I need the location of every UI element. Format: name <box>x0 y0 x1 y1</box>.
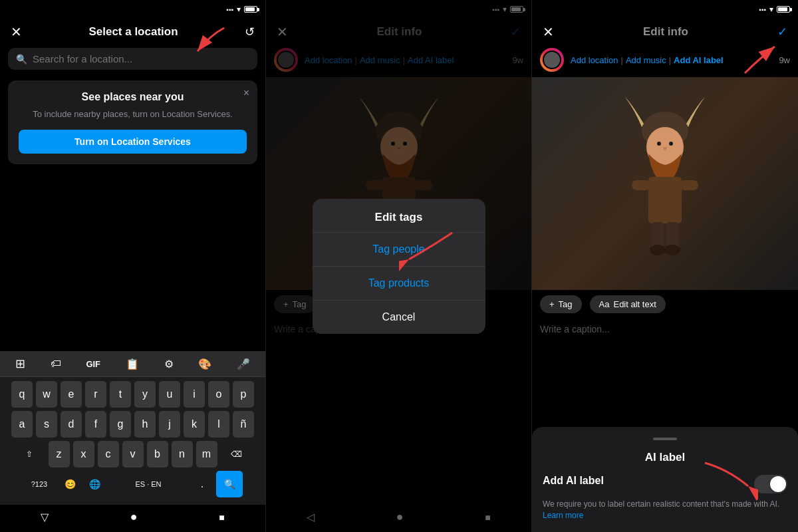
refresh-button[interactable]: ↺ <box>245 25 255 39</box>
kb-tool-sticker[interactable]: 🏷 <box>51 358 61 370</box>
kb-globe[interactable]: 🌐 <box>84 471 105 497</box>
kb-key-x[interactable]: x <box>73 441 94 467</box>
kb-key-l[interactable]: l <box>208 411 229 438</box>
keyboard-rows: q w e r t y u i o p a s d f g h j k <box>0 377 265 505</box>
caption-placeholder-3[interactable]: Write a caption... <box>532 319 798 340</box>
edit-tags-dialog: Edit tags Tag people Tag products Cancel <box>313 199 485 334</box>
add-location-link-3[interactable]: Add location <box>571 55 618 65</box>
modal-cancel-button[interactable]: Cancel <box>313 301 485 334</box>
kb-key-q[interactable]: q <box>11 381 33 408</box>
kb-key-w[interactable]: w <box>36 381 57 408</box>
ai-sheet-title: AI label <box>543 451 787 464</box>
search-bar[interactable]: 🔍 <box>8 48 257 70</box>
ai-label-toggle[interactable] <box>754 475 787 493</box>
kb-tool-palette[interactable]: 🎨 <box>198 358 211 370</box>
kb-key-d[interactable]: d <box>61 411 82 438</box>
kb-key-k[interactable]: k <box>184 411 205 438</box>
tag-button-3[interactable]: + Tag <box>540 295 582 313</box>
kb-key-z[interactable]: z <box>49 441 70 467</box>
kb-key-s[interactable]: s <box>36 411 57 438</box>
keyboard: ⊞ 🏷 GIF 📋 ⚙ 🎨 🎤 q w e r t y u i o p <box>0 351 265 532</box>
kb-key-m[interactable]: m <box>196 441 217 467</box>
kb-search[interactable]: 🔍 <box>216 471 243 497</box>
kb-tool-gif[interactable]: GIF <box>86 359 100 369</box>
alt-text-icon-3: Aa <box>599 299 610 309</box>
keyboard-toolbar: ⊞ 🏷 GIF 📋 ⚙ 🎨 🎤 <box>0 351 265 377</box>
post-bottom-3: + Tag Aa Edit alt text <box>532 290 798 319</box>
page-title: Select a location <box>88 25 178 39</box>
svg-point-24 <box>664 245 680 255</box>
viking-illustration-3 <box>612 90 718 277</box>
ai-sheet-description: We require you to label certain realisti… <box>543 499 787 521</box>
add-ai-label-link-3[interactable]: Add AI label <box>674 55 724 65</box>
sheet-handle <box>653 438 677 440</box>
kb-row-4: ?123 😊 🌐 ES · EN . 🔍 <box>3 471 263 497</box>
edit-alt-text-button-3[interactable]: Aa Edit alt text <box>590 295 666 313</box>
kb-numbers[interactable]: ?123 <box>23 471 56 497</box>
kb-row-2: a s d f g h j k l ñ <box>3 411 263 438</box>
kb-key-p[interactable]: p <box>233 381 254 408</box>
kb-key-u[interactable]: u <box>159 381 180 408</box>
close-button-3[interactable]: ✕ <box>543 24 554 40</box>
svg-point-23 <box>650 245 666 255</box>
kb-key-j[interactable]: j <box>159 411 180 438</box>
kb-key-a[interactable]: a <box>11 411 33 438</box>
kb-key-e[interactable]: e <box>61 381 82 408</box>
nav-back[interactable]: ▽ <box>41 511 49 523</box>
kb-period[interactable]: . <box>192 471 213 497</box>
kb-key-r[interactable]: r <box>85 381 106 408</box>
kb-emoji[interactable]: 😊 <box>59 471 80 497</box>
post-actions-3: Add location | Add music | Add AI label <box>571 55 724 65</box>
post-time-3: 9w <box>779 55 790 65</box>
kb-tool-grid[interactable]: ⊞ <box>15 356 25 371</box>
kb-key-y[interactable]: y <box>134 381 156 408</box>
toggle-thumb <box>770 476 786 492</box>
panel-edit-info-tags: ▪▪▪ ▾ ✕ Edit info ✓ Add location | Add m… <box>266 0 532 532</box>
tag-people-option[interactable]: Tag people <box>313 233 485 267</box>
modal-title: Edit tags <box>313 199 485 233</box>
kb-tool-gear[interactable]: ⚙ <box>164 358 174 370</box>
kb-key-v[interactable]: v <box>122 441 144 467</box>
tag-products-option[interactable]: Tag products <box>313 267 485 301</box>
kb-row-1: q w e r t y u i o p <box>3 381 263 408</box>
kb-shift[interactable]: ⇧ <box>13 441 45 467</box>
panel1-header: ✕ Select a location ↺ <box>0 19 265 48</box>
kb-key-i[interactable]: i <box>184 381 205 408</box>
svg-rect-20 <box>680 180 698 190</box>
kb-tool-mic[interactable]: 🎤 <box>237 358 250 370</box>
nav-recents[interactable]: ■ <box>219 512 224 523</box>
card-title: See places near you <box>19 91 247 103</box>
card-close-button[interactable]: × <box>243 87 249 99</box>
svg-rect-18 <box>648 177 682 223</box>
svg-point-25 <box>657 142 661 146</box>
add-music-link-3[interactable]: Add music <box>626 55 666 65</box>
kb-space[interactable]: ES · EN <box>108 471 188 497</box>
kb-backspace[interactable]: ⌫ <box>221 441 253 467</box>
battery-icon-3 <box>777 6 790 13</box>
kb-key-n[interactable]: n <box>172 441 193 467</box>
kb-key-n-tilde[interactable]: ñ <box>233 411 254 438</box>
search-input[interactable] <box>33 53 249 65</box>
kb-key-c[interactable]: c <box>98 441 119 467</box>
kb-key-b[interactable]: b <box>147 441 168 467</box>
confirm-button-3[interactable]: ✓ <box>777 25 787 39</box>
avatar-3 <box>540 48 564 72</box>
learn-more-link[interactable]: Learn more <box>543 511 583 520</box>
kb-key-o[interactable]: o <box>208 381 229 408</box>
edit-header-3: ✕ Edit info ✓ <box>532 19 798 48</box>
kb-key-f[interactable]: f <box>85 411 106 438</box>
kb-key-t[interactable]: t <box>110 381 131 408</box>
kb-key-g[interactable]: g <box>110 411 131 438</box>
svg-point-26 <box>669 142 673 146</box>
kb-tool-clipboard[interactable]: 📋 <box>126 358 139 370</box>
nav-home[interactable]: ● <box>130 510 138 524</box>
wifi-icon: ▾ <box>237 5 241 14</box>
close-button[interactable]: ✕ <box>11 24 22 40</box>
kb-key-h[interactable]: h <box>134 411 156 438</box>
turn-on-location-button[interactable]: Turn on Location Services <box>19 130 247 154</box>
svg-rect-19 <box>632 180 650 190</box>
kb-row-3: ⇧ z x c v b n m ⌫ <box>3 441 263 467</box>
plus-icon-3: + <box>549 299 555 309</box>
battery-icon <box>244 6 257 13</box>
location-services-card: × See places near you To include nearby … <box>8 80 257 164</box>
